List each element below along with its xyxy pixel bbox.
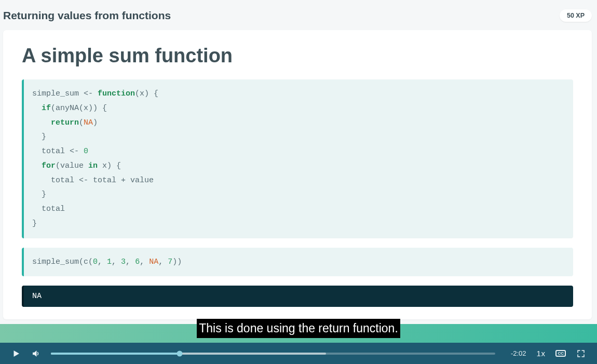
time-remaining: -2:02 bbox=[506, 349, 526, 357]
caption-bar: This is done using the return function. bbox=[0, 324, 597, 343]
fullscreen-icon[interactable] bbox=[576, 349, 586, 358]
code-block-definition: simple_sum <- function(x) { if(anyNA(x))… bbox=[22, 79, 573, 238]
output-block: NA bbox=[22, 286, 573, 307]
caption-text: This is done using the return function. bbox=[197, 319, 400, 338]
playback-speed[interactable]: 1x bbox=[537, 349, 546, 358]
player-controls: -2:02 1x CC bbox=[0, 343, 597, 364]
xp-badge: 50 XP bbox=[560, 9, 592, 22]
progress-thumb[interactable] bbox=[177, 350, 183, 356]
progress-bar[interactable] bbox=[51, 353, 495, 355]
slide-title: A simple sum function bbox=[22, 45, 573, 67]
slide-card: A simple sum function simple_sum <- func… bbox=[3, 30, 592, 319]
progress-played bbox=[51, 353, 180, 355]
lesson-title: Returning values from functions bbox=[3, 9, 171, 22]
captions-toggle[interactable]: CC bbox=[555, 350, 566, 357]
volume-icon[interactable] bbox=[31, 349, 40, 358]
code-block-call: simple_sum(c(0, 1, 3, 6, NA, 7)) bbox=[22, 248, 573, 277]
play-icon[interactable] bbox=[11, 349, 21, 358]
page-header: Returning values from functions 50 XP bbox=[0, 0, 597, 26]
